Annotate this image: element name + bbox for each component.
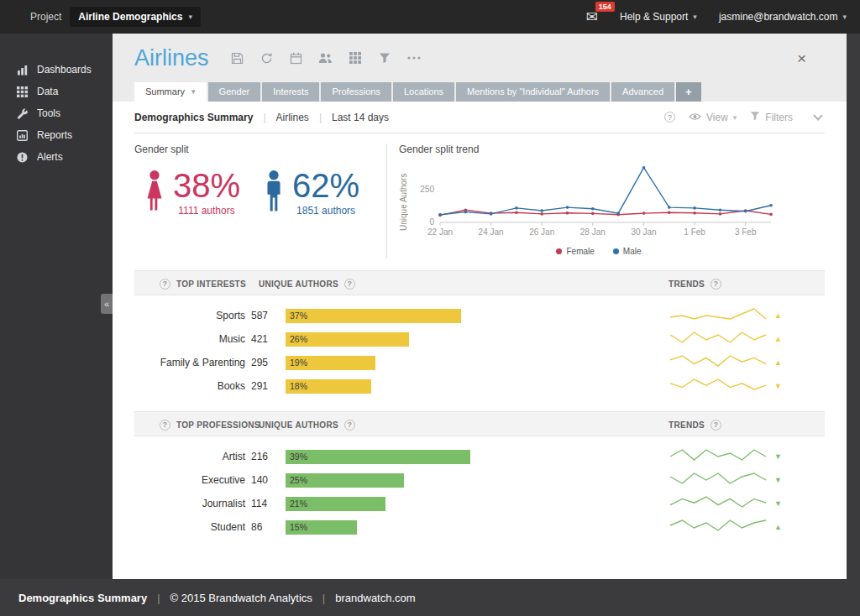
dashboard-toolbar (229, 50, 422, 66)
sidebar-item-tools[interactable]: Tools (0, 102, 113, 124)
tools-icon (17, 108, 29, 119)
breadcrumb-item[interactable]: Last 14 days (332, 112, 389, 123)
gender-trend-block: Gender split trend Unique Authors 025022… (387, 144, 825, 270)
tab-add[interactable]: + (676, 82, 701, 102)
row-label: Journalist (134, 498, 245, 509)
dashboard: Airlines × Summary▾GenderInterestsProfes… (113, 34, 847, 579)
filter-icon (750, 111, 760, 123)
interests-rows: Sports58737%▲Music42126%▲Family & Parent… (134, 295, 825, 398)
footer: Demographics Summary | © 2015 Brandwatch… (0, 579, 860, 616)
gender-trend-title: Gender split trend (399, 144, 825, 155)
notifications-button[interactable]: ✉ 154 (586, 8, 598, 26)
sidebar: DashboardsDataToolsReportsAlerts (0, 34, 113, 579)
unique-authors-value: 291 (251, 380, 280, 392)
y-axis-label: Unique Authors (399, 159, 408, 231)
trend-down-icon: ▼ (774, 476, 782, 484)
percentage-label: 25% (286, 475, 307, 485)
gender-section: Gender split 38% 1111 authors (134, 133, 825, 270)
gender-split-title: Gender split (134, 144, 386, 155)
trend-up-icon: ▲ (774, 523, 782, 531)
filter-icon[interactable] (376, 50, 393, 66)
help-circle-icon[interactable]: ? (711, 420, 721, 431)
tab-gender[interactable]: Gender (208, 82, 261, 102)
help-circle-icon[interactable]: ? (711, 279, 721, 290)
view-dropdown[interactable]: View ▾ (689, 112, 737, 123)
tab-interests[interactable]: Interests (262, 82, 319, 102)
percentage-label: 37% (286, 311, 307, 321)
tab-professions[interactable]: Professions (321, 82, 391, 102)
account-menu[interactable]: jasmine@brandwatch.com ▾ (719, 11, 847, 23)
users-icon[interactable] (317, 50, 334, 66)
tab-locations[interactable]: Locations (393, 82, 454, 102)
save-icon[interactable] (229, 50, 246, 66)
sidebar-item-data[interactable]: Data (0, 81, 113, 102)
help-circle-icon[interactable]: ? (160, 420, 170, 431)
chart-legend: FemaleMale (414, 247, 784, 256)
topbar-right: ✉ 154 Help & Support ▾ jasmine@brandwatc… (586, 8, 847, 26)
collapse-chevron-icon[interactable] (813, 111, 822, 120)
row-label: Music (134, 333, 245, 345)
filters-button[interactable]: Filters (750, 111, 793, 123)
sidebar-item-label: Reports (37, 129, 72, 141)
help-support-menu[interactable]: Help & Support ▾ (620, 11, 697, 23)
table-row: Executive14025%▼ (134, 468, 825, 492)
female-percentage: 38% (173, 169, 240, 202)
trend-sparkline (669, 494, 768, 513)
more-icon[interactable] (406, 50, 422, 66)
sidebar-item-reports[interactable]: Reports (0, 124, 113, 146)
chevron-down-icon: ▾ (693, 13, 697, 21)
help-circle-icon[interactable]: ? (160, 279, 170, 290)
data-icon (17, 86, 29, 97)
filters-label: Filters (765, 112, 793, 123)
alerts-icon (17, 152, 29, 163)
svg-text:22 Jan: 22 Jan (427, 227, 453, 237)
project-selector[interactable]: Airline Demographics ▾ (70, 7, 201, 27)
tab-mentions-by-individual-authors[interactable]: Mentions by "Individual" Authors (456, 82, 610, 102)
legend-dot-icon (556, 248, 562, 254)
footer-copyright: © 2015 Brandwatch Analytics (170, 592, 312, 604)
table-header: ? TOP PROFESSIONS UNIQUE AUTHORS ? TREND… (134, 411, 825, 436)
help-circle-icon[interactable]: ? (344, 279, 355, 290)
chevron-down-icon: ▾ (733, 113, 737, 122)
sidebar-item-label: Dashboards (37, 64, 92, 76)
svg-text:24 Jan: 24 Jan (479, 227, 504, 237)
unique-authors-value: 140 (251, 474, 280, 486)
trend-up-icon: ▲ (774, 358, 782, 367)
top-professions-table: ? TOP PROFESSIONS UNIQUE AUTHORS ? TREND… (134, 411, 825, 539)
grid-icon[interactable] (347, 50, 364, 66)
svg-text:1 Feb: 1 Feb (684, 227, 705, 237)
percentage-label: 15% (286, 522, 307, 532)
sidebar-item-alerts[interactable]: Alerts (0, 146, 113, 168)
trend-down-icon: ▼ (774, 452, 782, 461)
tab-summary[interactable]: Summary▾ (134, 82, 207, 102)
unique-authors-header: UNIQUE AUTHORS (259, 420, 338, 430)
professions-table-title: TOP PROFESSIONS (176, 420, 260, 430)
reports-icon (17, 130, 29, 141)
legend-male: Male (613, 247, 642, 256)
trend-sparkline (669, 377, 768, 395)
legend-dot-icon (613, 248, 619, 254)
svg-text:250: 250 (420, 185, 434, 194)
percentage-bar: 18% (286, 379, 371, 394)
percentage-bar: 19% (286, 356, 375, 370)
help-circle-icon[interactable]: ? (664, 112, 675, 123)
unique-authors-header: UNIQUE AUTHORS (259, 279, 338, 289)
breadcrumb-item[interactable]: Airlines (276, 112, 309, 123)
gender-split-block: Gender split 38% 1111 authors (134, 144, 386, 270)
close-icon[interactable]: × (797, 50, 806, 66)
unique-authors-value: 216 (251, 451, 280, 462)
female-icon (141, 169, 168, 217)
sidebar-collapse-handle[interactable]: « (101, 294, 113, 314)
help-circle-icon[interactable]: ? (344, 420, 355, 431)
row-label: Artist (134, 451, 245, 462)
dashboards-icon (17, 65, 29, 76)
percentage-bar: 25% (286, 473, 404, 488)
unique-authors-value: 421 (251, 333, 280, 345)
table-header: ? TOP INTERESTS UNIQUE AUTHORS ? TRENDS … (134, 270, 825, 295)
tab-advanced[interactable]: Advanced (611, 82, 674, 102)
refresh-icon[interactable] (259, 50, 275, 66)
sidebar-item-dashboards[interactable]: Dashboards (0, 59, 113, 81)
calendar-icon[interactable] (288, 50, 305, 66)
summary-panel: Demographics Summary|Airlines|Last 14 da… (113, 102, 847, 579)
percentage-bar: 21% (286, 497, 385, 511)
